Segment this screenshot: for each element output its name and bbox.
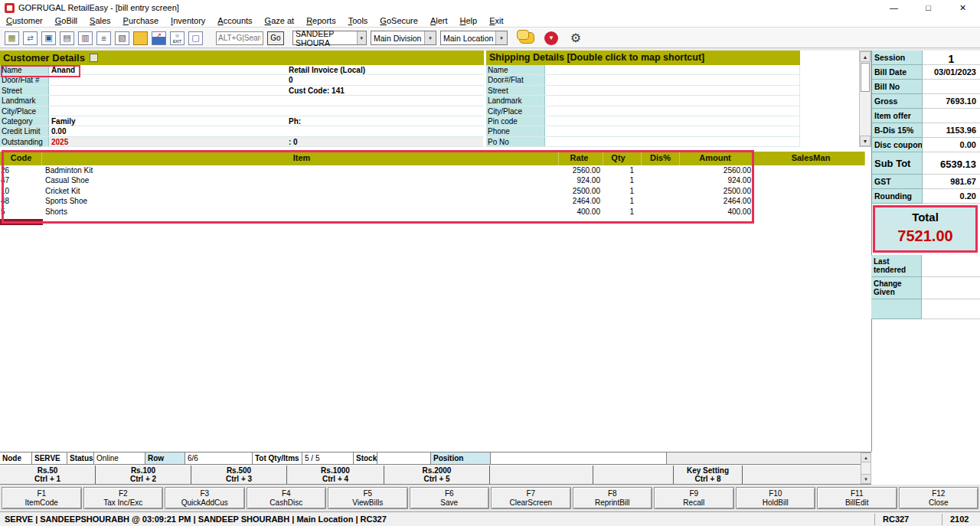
sales-chart-icon[interactable] [152, 31, 166, 45]
customer-category-field[interactable]: Family [49, 116, 286, 126]
f9-recall-button[interactable]: F9 Recall [654, 487, 734, 509]
menu-tools[interactable]: Tools [342, 15, 374, 28]
menu-alert[interactable]: Alert [424, 15, 454, 28]
item-row[interactable]: 10 Cricket Kit 2500.00 1 2500.00 [0, 186, 865, 196]
bill-entry-icon[interactable] [5, 31, 19, 45]
cash-rs500-button[interactable]: Rs.500 Ctrl + 3 [191, 466, 287, 484]
item-row[interactable]: 26 Badminton Kit 2560.00 1 2560.00 [0, 165, 865, 175]
customer-row-name: Name Anand Retail Invoice (Local) [0, 65, 484, 75]
scroll-up-icon[interactable]: ▲ [861, 453, 871, 462]
cash-key: Ctrl + 3 [191, 475, 286, 483]
f2-taxincexc-button[interactable]: F2 Tax Inc/Exc [83, 487, 164, 509]
f8-reprintbill-button[interactable]: F8 ReprintBill [573, 487, 653, 509]
division-select[interactable]: Main Division ▼ [371, 31, 436, 45]
shipping-street-field[interactable] [545, 86, 800, 95]
cash-drawer-icon[interactable] [60, 31, 74, 45]
maximize-button[interactable]: □ [911, 0, 946, 15]
shipping-name-field[interactable] [545, 65, 800, 74]
shipping-cityplace-field[interactable] [545, 106, 800, 116]
cash-empty-cell [490, 466, 593, 484]
f7-clearscreen-button[interactable]: F7 ClearScreen [491, 487, 571, 509]
shipping-pono-field[interactable] [545, 137, 800, 146]
download-update-icon[interactable] [544, 31, 558, 45]
menu-inventory[interactable]: Inventory [165, 15, 211, 28]
day-summary-icon[interactable] [96, 31, 111, 45]
menu-gaze-at[interactable]: Gaze at [259, 15, 301, 28]
customer-landmark-field[interactable] [49, 96, 286, 105]
menu-reports[interactable]: Reports [300, 15, 342, 28]
cash-rs2000-button[interactable]: Rs.2000 Ctrl + 5 [384, 466, 490, 484]
column-header-dis[interactable]: Dis% [642, 152, 680, 165]
shipping-phone-field[interactable] [545, 126, 800, 136]
customer-name-field[interactable]: Anand [49, 65, 286, 74]
details-scrollbar[interactable]: ▲ ▼ [859, 51, 871, 147]
column-header-salesman[interactable]: SalesMan [754, 152, 865, 165]
shipping-landmark-field[interactable] [545, 96, 800, 105]
minimize-button[interactable]: — [877, 0, 911, 15]
f4-cashdisc-button[interactable]: F4 CashDisc [247, 487, 327, 509]
f11-billedit-button[interactable]: F11 BillEdit [817, 487, 897, 509]
column-header-amount[interactable]: Amount [680, 152, 754, 165]
held-bills-icon[interactable] [115, 31, 129, 45]
shipping-doorflat-field[interactable] [545, 75, 800, 84]
menu-sales[interactable]: Sales [83, 15, 117, 28]
cash-rs50-button[interactable]: Rs.50 Ctrl + 1 [0, 466, 96, 484]
scroll-down-icon[interactable]: ▼ [860, 136, 871, 146]
item-search-input[interactable] [216, 31, 263, 45]
item-row[interactable]: 47 Casual Shoe 924.00 1 924.00 [0, 175, 865, 185]
close-button[interactable]: × [946, 0, 980, 15]
column-header-rate[interactable]: Rate [559, 152, 603, 165]
menu-help[interactable]: Help [454, 15, 484, 28]
column-header-code[interactable]: Code [0, 152, 42, 165]
scroll-up-icon[interactable]: ▲ [860, 51, 871, 62]
column-header-item[interactable]: Item [42, 152, 559, 165]
print-bill-icon[interactable] [78, 31, 93, 45]
f3-quickaddcus-button[interactable]: F3 QuickAddCus [165, 487, 245, 509]
item-amount: 2464.00 [680, 196, 754, 206]
item-code: 26 [0, 165, 42, 175]
menu-accounts[interactable]: Accounts [211, 15, 258, 28]
item-lookup-icon[interactable] [41, 31, 56, 45]
menu-gosecure[interactable]: GoSecure [374, 15, 424, 28]
position-value [491, 452, 667, 464]
customer-edit-icon[interactable] [90, 54, 98, 62]
customer-street-field[interactable] [49, 86, 286, 95]
column-header-qty[interactable]: Qty [603, 152, 642, 165]
item-qty: 1 [603, 186, 642, 196]
cash-rs1000-button[interactable]: Rs.1000 Ctrl + 4 [287, 466, 384, 484]
key-setting-button[interactable]: Key Setting Ctrl + 8 [674, 466, 743, 484]
exit-icon[interactable] [170, 31, 185, 45]
menu-purchase[interactable]: Purchase [117, 15, 165, 28]
location-select[interactable]: Main Location ▼ [440, 31, 508, 45]
lower-scrollbar[interactable]: ▲ ▼ [861, 452, 871, 484]
salesman-select[interactable]: SANDEEP SHOURA ▼ [292, 31, 367, 45]
customer-cityplace-field[interactable] [49, 106, 286, 116]
go-button[interactable]: Go [267, 31, 284, 45]
cash-rs100-button[interactable]: Rs.100 Ctrl + 2 [96, 466, 191, 484]
scrollbar-thumb[interactable] [861, 63, 870, 92]
shipping-pincode-field[interactable] [545, 116, 800, 126]
menu-exit[interactable]: Exit [483, 15, 509, 28]
cash-key: Ctrl + 5 [384, 475, 489, 483]
menu-customer[interactable]: Customer [0, 15, 49, 28]
location-select-value: Main Location [443, 34, 493, 43]
f5-viewbills-button[interactable]: F5 ViewBills [328, 487, 408, 509]
sales-return-icon[interactable] [23, 31, 38, 45]
customer-doorflat-field[interactable] [49, 75, 286, 84]
item-row[interactable]: 48 Sports Shoe 2464.00 1 2464.00 [0, 196, 865, 206]
fkey-label: F5 [363, 489, 372, 498]
open-folder-icon[interactable] [133, 31, 148, 45]
summary-label: B-Dis 15% [872, 123, 923, 138]
fkey-label: F4 [282, 489, 291, 498]
menu-gobill[interactable]: GoBill [49, 15, 83, 28]
gear-icon[interactable] [568, 31, 583, 46]
fkey-action: Close [929, 498, 949, 508]
scroll-down-icon[interactable]: ▼ [861, 474, 871, 483]
f12-close-button[interactable]: F12 Close [899, 487, 979, 509]
f10-holdbill-button[interactable]: F10 HoldBill [736, 487, 816, 509]
chat-icon[interactable] [519, 32, 534, 44]
f1-itemcode-button[interactable]: F1 ItemCode [2, 487, 82, 509]
item-row[interactable]: 5 Shorts 400.00 1 400.00 [0, 207, 865, 217]
bill-preview-icon[interactable] [188, 31, 203, 45]
f6-save-button[interactable]: F6 Save [410, 487, 490, 509]
